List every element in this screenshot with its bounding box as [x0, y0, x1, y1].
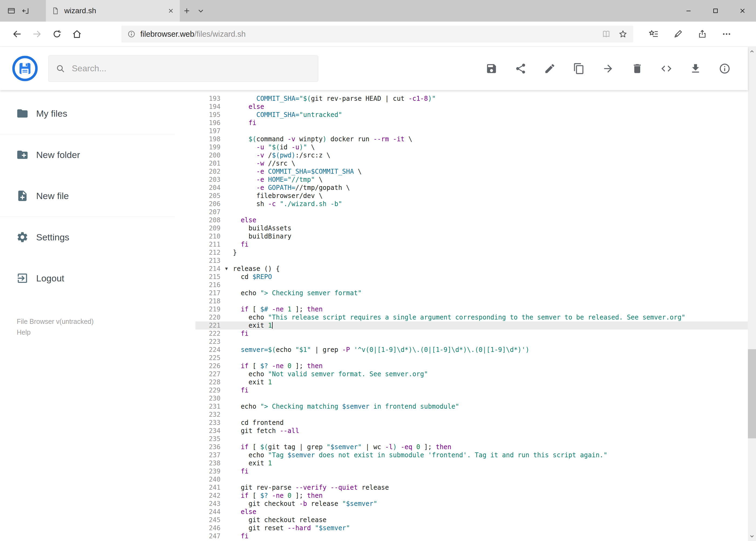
download-button[interactable] [690, 63, 701, 75]
code-line[interactable]: 217 echo "> Checking semver format" [195, 289, 748, 297]
scroll-up-icon[interactable] [748, 47, 756, 56]
code-line[interactable]: 235 [195, 435, 748, 443]
code-line-text[interactable] [220, 337, 748, 346]
code-line-text[interactable]: release () { [220, 265, 748, 273]
code-line[interactable]: 195 COMMIT_SHA="untracked" [195, 111, 748, 119]
code-line-text[interactable]: echo "> Checking semver format" [220, 289, 748, 297]
code-line-text[interactable]: buildBinary [220, 232, 748, 241]
search-box[interactable] [48, 55, 318, 82]
code-line-text[interactable]: fi [220, 241, 748, 249]
code-line-text[interactable]: cd $REPO [220, 273, 748, 281]
code-line[interactable]: 209 buildAssets [195, 224, 748, 232]
maximize-button[interactable] [702, 0, 729, 22]
page-scrollbar[interactable] [748, 47, 756, 541]
code-line[interactable]: 198 $(command -v winpty) docker run --rm… [195, 135, 748, 143]
code-line-text[interactable]: echo "> Checking matching $semver in fro… [220, 402, 748, 410]
code-line-text[interactable]: exit 1 [220, 321, 748, 329]
home-icon[interactable] [67, 25, 87, 43]
code-line[interactable]: 196 fi [195, 119, 748, 127]
code-line[interactable]: 202 -e COMMIT_SHA=$COMMIT_SHA \ [195, 168, 748, 176]
code-line-text[interactable]: git checkout release [220, 516, 748, 524]
code-line-text[interactable]: -v /$(pwd):/src:z \ [220, 151, 748, 159]
code-line[interactable]: 227 echo "Not valid semver format. See s… [195, 370, 748, 378]
code-line-text[interactable]: COMMIT_SHA="$(git rev-parse HEAD | cut -… [220, 95, 748, 103]
code-line[interactable]: 232 [195, 410, 748, 419]
code-line-text[interactable] [220, 257, 748, 265]
code-line[interactable]: 229 fi [195, 386, 748, 394]
code-line[interactable]: 205 filebrowser/dev \ [195, 192, 748, 200]
sidebar-item-my-files[interactable]: My files [0, 93, 175, 134]
code-line-text[interactable]: echo "Not valid semver format. See semve… [220, 370, 748, 378]
sidebar-item-settings[interactable]: Settings [0, 217, 175, 258]
code-line-text[interactable]: exit 1 [220, 459, 748, 467]
code-line[interactable]: 244 else [195, 508, 748, 516]
code-line-text[interactable] [220, 435, 748, 443]
code-line-text[interactable] [220, 354, 748, 362]
code-line-text[interactable]: if [ $# -ne 1 ]; then [220, 305, 748, 313]
code-line[interactable]: 221 exit 1 [195, 321, 748, 329]
tab-list-chevron-icon[interactable] [194, 0, 208, 22]
forward-icon[interactable] [27, 25, 47, 43]
code-line[interactable]: 197 [195, 127, 748, 135]
tab-close-icon[interactable] [167, 7, 174, 14]
code-line[interactable]: 207 [195, 208, 748, 216]
code-line-text[interactable]: -w //src \ [220, 159, 748, 168]
code-line-text[interactable]: -e COMMIT_SHA=$COMMIT_SHA \ [220, 168, 748, 176]
code-line[interactable]: 243 git checkout -b release "$semver" [195, 500, 748, 508]
code-line-text[interactable]: echo "This release script requires a sin… [220, 313, 748, 321]
code-line[interactable]: 208 else [195, 216, 748, 224]
code-line-text[interactable]: $(command -v winpty) docker run --rm -it… [220, 135, 748, 143]
code-line[interactable]: 219 if [ $# -ne 1 ]; then [195, 305, 748, 313]
code-line[interactable]: 222 fi [195, 329, 748, 337]
code-line[interactable]: 239 fi [195, 467, 748, 475]
code-line[interactable]: 236 if [ $(git tag | grep "$semver" | wc… [195, 443, 748, 451]
code-line-text[interactable]: COMMIT_SHA="untracked" [220, 111, 748, 119]
code-line[interactable]: 238 exit 1 [195, 459, 748, 467]
code-line-text[interactable]: exit 1 [220, 378, 748, 386]
close-button[interactable] [729, 0, 756, 22]
code-line[interactable]: 199 -u "$(id -u)" \ [195, 143, 748, 151]
code-editor[interactable]: 193 COMMIT_SHA="$(git rev-parse HEAD | c… [175, 90, 748, 541]
minimize-button[interactable] [675, 0, 702, 22]
code-line-text[interactable]: git fetch --all [220, 427, 748, 435]
code-line[interactable]: 216 [195, 281, 748, 289]
share-file-button[interactable] [515, 63, 527, 75]
more-menu-icon[interactable] [722, 29, 731, 39]
move-button[interactable] [602, 63, 614, 75]
code-line-text[interactable]: git checkout -b release "$semver" [220, 500, 748, 508]
code-line-text[interactable] [220, 475, 748, 483]
code-line[interactable]: 245 git checkout release [195, 516, 748, 524]
copy-button[interactable] [573, 63, 585, 75]
new-tab-button[interactable] [180, 0, 194, 22]
help-link[interactable]: Help [17, 327, 175, 337]
delete-button[interactable] [631, 63, 643, 75]
code-line-text[interactable]: fi [220, 386, 748, 394]
code-line[interactable]: 203 -e HOME="//tmp" \ [195, 176, 748, 184]
rename-button[interactable] [544, 63, 556, 75]
address-bar[interactable]: filebrowser.web/files/wizard.sh [122, 26, 633, 42]
filebrowser-logo-icon[interactable] [12, 55, 38, 82]
code-line[interactable]: 215 cd $REPO [195, 273, 748, 281]
code-line[interactable]: 231 echo "> Checking matching $semver in… [195, 402, 748, 410]
code-line[interactable]: 194 else [195, 103, 748, 111]
share-icon[interactable] [697, 29, 707, 39]
code-line[interactable]: 212} [195, 249, 748, 257]
code-line[interactable]: 247 fi [195, 532, 748, 540]
code-line[interactable]: 220 echo "This release script requires a… [195, 313, 748, 321]
code-line[interactable]: 210 buildBinary [195, 232, 748, 241]
sidebar-item-logout[interactable]: Logout [0, 258, 175, 299]
scrollbar-thumb[interactable] [748, 349, 756, 438]
code-line-text[interactable] [220, 208, 748, 216]
url-text[interactable]: filebrowser.web/files/wizard.sh [140, 30, 246, 39]
info-button[interactable] [719, 63, 731, 75]
code-line[interactable]: 240 [195, 475, 748, 483]
code-line[interactable]: 213 [195, 257, 748, 265]
code-line-text[interactable]: fi [220, 119, 748, 127]
code-line-text[interactable]: filebrowser/dev \ [220, 192, 748, 200]
code-line-text[interactable]: if [ $? -ne 0 ]; then [220, 362, 748, 370]
code-line[interactable]: 224 semver=$(echo "$1" | grep -P '^v(0|[… [195, 346, 748, 354]
sidebar-item-new-file[interactable]: New file [0, 175, 175, 216]
code-line[interactable]: 193 COMMIT_SHA="$(git rev-parse HEAD | c… [195, 95, 748, 103]
code-line[interactable]: 233 cd frontend [195, 419, 748, 427]
tab-preview-icon[interactable] [4, 0, 18, 22]
